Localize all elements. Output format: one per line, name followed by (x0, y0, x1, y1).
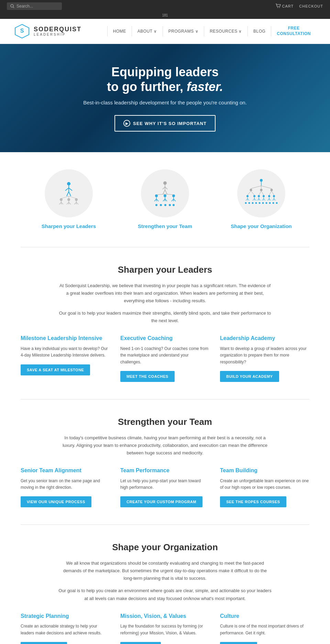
team-title: Strengthen your Team (21, 417, 309, 427)
svg-point-72 (273, 195, 275, 197)
nav-resources[interactable]: RESOURCES ∨ (204, 26, 248, 36)
col-alignment: Senior Team Alignment Get you senior tea… (21, 467, 110, 507)
col-performance: Team Performance Let us help you jump-st… (120, 467, 210, 507)
svg-line-86 (267, 199, 269, 201)
org-title: Shape your Organization (21, 542, 309, 553)
btn-strategic[interactable]: SEE OUR MODEL (21, 642, 67, 644)
col-coaching-heading: Executive Coaching (120, 335, 210, 342)
nav-about[interactable]: ABOUT ∨ (132, 26, 163, 36)
svg-line-8 (65, 188, 69, 191)
hero-cta-button[interactable]: ▶ SEE WHY IT'S SO IMPORTANT (114, 115, 216, 132)
org-desc2: Our goal is to help you create an enviro… (58, 587, 272, 602)
col-strategic-heading: Strategic Planning (21, 613, 110, 620)
icon-item-team[interactable]: Strengthen your Team (131, 169, 199, 230)
col-mission-text: Lay the foundation for success by formin… (120, 623, 210, 636)
checkout-label[interactable]: CHECKOUT (299, 4, 323, 8)
svg-point-0 (11, 4, 13, 7)
col-team-building-text: Create an unforgettable team experience … (220, 478, 309, 491)
col-performance-text: Let us help you jump-start your team tow… (120, 478, 210, 491)
nav-programs[interactable]: PROGRAMS ∨ (163, 26, 204, 36)
svg-point-67 (246, 195, 249, 197)
btn-coaches[interactable]: MEET THE COACHES (120, 371, 175, 382)
svg-line-32 (165, 190, 167, 194)
btn-performance[interactable]: CREATE YOUR CUSTOM PROGRAM (120, 496, 202, 507)
svg-line-83 (262, 199, 264, 201)
cart-icon (275, 3, 281, 9)
svg-line-87 (269, 199, 271, 201)
col-culture-heading: Culture (220, 613, 309, 620)
icon-label-org: Shape your Organization (227, 223, 296, 230)
svg-line-78 (254, 199, 256, 201)
svg-line-10 (67, 192, 69, 196)
org-figure (242, 176, 280, 211)
svg-text:S: S (20, 28, 24, 34)
svg-point-94 (255, 202, 257, 204)
col-team-building: Team Building Create an unforgettable te… (220, 467, 309, 507)
icon-item-leaders[interactable]: Sharpen your Leaders (34, 169, 103, 230)
team-figure (148, 176, 182, 211)
org-desc1: We all know that organizations should be… (58, 560, 272, 582)
sharpen-cols: Milestone Leadership Intensive Have a ke… (21, 335, 309, 382)
leaders-figure (52, 176, 86, 211)
svg-line-23 (76, 202, 78, 204)
team-cols: Senior Team Alignment Get you senior tea… (21, 467, 309, 507)
svg-point-93 (252, 202, 254, 204)
svg-line-31 (163, 190, 165, 194)
svg-line-74 (246, 199, 248, 201)
svg-point-37 (164, 194, 166, 197)
svg-point-12 (60, 198, 63, 201)
col-team-building-heading: Team Building (220, 467, 309, 474)
hero-section: Equipping leaders to go further, faster.… (0, 44, 330, 152)
svg-point-16 (67, 198, 70, 201)
btn-mission[interactable]: GET STARTED (120, 642, 161, 644)
svg-line-26 (69, 196, 76, 199)
nav-blog[interactable]: BLOG (248, 26, 271, 36)
svg-line-77 (253, 199, 254, 201)
col-milestone-heading: Milestone Leadership Intensive (21, 335, 110, 342)
svg-point-49 (160, 204, 162, 206)
icon-item-org[interactable]: Shape your Organization (227, 169, 296, 230)
btn-culture[interactable]: LEARN HOW (220, 642, 257, 644)
svg-line-90 (274, 199, 276, 201)
header: S SODERQUIST LEADERSHIP HOME ABOUT ∨ PRO… (0, 19, 330, 44)
search-input[interactable] (16, 4, 58, 9)
btn-ropes[interactable]: SEE THE ROPES COURSES (220, 496, 286, 507)
col-strategic: Strategic Planning Create an actionable … (21, 613, 110, 644)
col-mission: Mission, Vision, & Values Lay the founda… (120, 613, 210, 644)
col-mission-heading: Mission, Vision, & Values (120, 613, 210, 620)
svg-point-98 (269, 202, 271, 204)
col-alignment-heading: Senior Team Alignment (21, 467, 110, 474)
btn-academy[interactable]: BUILD YOUR ACADEMY (220, 371, 279, 382)
nav-home[interactable]: HOME (107, 26, 132, 36)
svg-line-11 (69, 192, 71, 196)
logo-icon: S (14, 23, 30, 39)
nav-free-consultation[interactable]: FREECONSULTATION (271, 23, 316, 39)
svg-point-20 (75, 198, 78, 201)
col-performance-heading: Team Performance (120, 467, 210, 474)
svg-line-22 (74, 202, 76, 204)
btn-alignment[interactable]: VIEW OUR UNIQUE PROCESS (21, 496, 91, 507)
svg-point-97 (266, 202, 267, 204)
logo[interactable]: S SODERQUIST LEADERSHIP (14, 23, 81, 39)
leaders-icon-circle (45, 169, 93, 217)
svg-line-19 (69, 202, 71, 204)
col-culture: Culture Culture is one of the most impor… (220, 613, 309, 644)
icon-label-team: Strengthen your Team (131, 223, 199, 230)
svg-point-6 (67, 182, 70, 185)
svg-line-39 (163, 199, 165, 201)
svg-point-69 (258, 195, 260, 197)
svg-line-45 (156, 194, 165, 195)
org-icon-circle (237, 169, 285, 217)
svg-point-27 (163, 181, 167, 185)
cart-label[interactable]: CART (282, 4, 294, 8)
svg-line-44 (174, 199, 176, 201)
svg-line-64 (261, 191, 264, 195)
sharpen-desc2: Our goal is to help your leaders maximiz… (58, 309, 272, 325)
svg-line-57 (261, 186, 272, 189)
search-bar[interactable] (7, 2, 62, 10)
svg-point-68 (253, 195, 255, 197)
hero-heading: Equipping leaders to go further, faster. (14, 65, 316, 94)
btn-milestone[interactable]: SAVE A SEAT AT MILESTONE (21, 364, 90, 375)
svg-point-96 (262, 202, 264, 204)
svg-line-9 (69, 188, 72, 191)
